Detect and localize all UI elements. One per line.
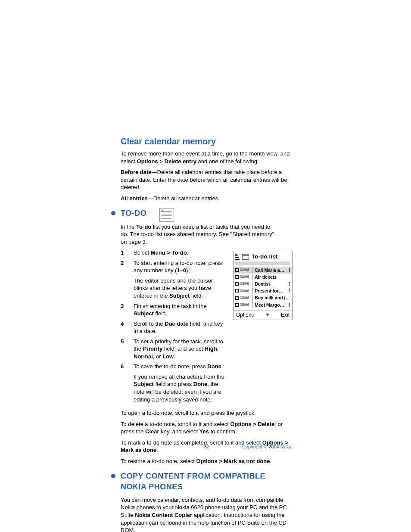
row-label: Present for… [255,288,289,294]
text: —Delete all calendar entries. [148,195,220,202]
heading-clear-calendar: Clear calendar memory [121,136,293,147]
row-date: 02/06 [240,268,249,272]
todo-row[interactable]: 02/06Air tickets [234,274,292,280]
phone-screenshot: To-do list 02/06Call Maria a…!02/06Air t… [233,251,293,320]
step-text: The editor opens and the cursor blinks a… [134,277,225,300]
checkbox-icon [235,275,239,279]
todo-row[interactable]: 05/06Meet Margo…! [234,302,292,308]
softkey-options[interactable]: Options [236,311,254,318]
softkey-exit[interactable]: Exit [281,311,290,318]
row-label: Dentist [255,281,289,287]
phone-title: To-do list [252,253,278,261]
step-number [121,373,126,403]
step-item: 1Select Menu > To-do. [121,249,225,257]
todo-row[interactable]: 03/06Dentist! [234,280,292,287]
text-bold: To-do [136,224,151,230]
text-bold: All entries [121,195,148,202]
paragraph: To open a to-do note, scroll to it and p… [121,409,293,417]
checkbox-icon [235,303,239,307]
step-item: 2To start entering a to-do note, press a… [121,259,225,274]
row-label: Buy milk and j… [255,295,290,301]
paragraph: Before date—Delete all calendar entries … [121,168,293,191]
step-text: Scroll to the Due date field, and key in… [134,320,225,335]
step-text: To start entering a to-do note, press an… [134,259,225,274]
priority-icon: ! [289,267,291,273]
step-number: 5 [121,338,126,361]
step-number: 1 [121,249,126,257]
step-item: 6To save the to-do note, press Done. [121,363,225,370]
row-date: 03/06 [240,296,249,300]
checkbox-icon [235,289,239,292]
text: In the [121,224,136,230]
todo-app-icon [159,208,174,222]
step-number: 3 [121,302,126,317]
text-bold: Nokia Content Copier [135,512,192,518]
row-label: Call Maria a… [255,267,289,273]
text: and one of the following: [196,158,259,165]
priority-icon: ! [289,302,291,308]
row-date: 05/06 [240,302,249,307]
step-text: If you remove all characters from the Su… [134,373,225,403]
paragraph: All entries—Delete all calendar entries. [121,195,293,202]
row-date: 03/06 [240,289,249,293]
step-item: 5To set a priority for the task, scroll … [121,338,225,361]
step-number [121,277,126,300]
paragraph: To delete a to-do note, scroll to it and… [121,420,293,436]
bullet-icon [111,474,115,478]
step-item: 3Finish entering the task in the Subject… [121,302,225,317]
page-number: 32 [204,444,209,450]
todo-row[interactable]: 03/06Present for…! [234,287,292,294]
priority-icon: ! [289,288,291,294]
checkbox-icon [235,282,239,286]
checkbox-icon [235,296,239,300]
priority-icon: ! [289,281,291,287]
step-text: To save the to-do note, press Done. [134,363,225,370]
step-text: To set a priority for the task, scroll t… [134,338,225,361]
calendar-icon [242,254,249,260]
row-label: Air tickets [255,274,290,280]
row-date: 02/06 [240,274,249,279]
step-number: 4 [121,320,126,335]
paragraph: In the To-do list you can keep a list of… [121,223,276,246]
signal-icon [235,254,240,260]
text-bold: Options > Delete entry [137,158,196,165]
bullet-icon [111,211,115,215]
row-date: 03/06 [240,281,249,286]
heading-copy-content: COPY CONTENT FROM COMPATIBLE NOKIA PHONE… [121,471,293,492]
down-arrow-icon [266,314,269,316]
copyright: Copyright © 2004 Nokia [242,444,293,450]
row-label: Meet Margo… [255,302,289,308]
step-note: If you remove all characters from the Su… [121,373,225,403]
paragraph: You can move calendar, contacts, and to-… [121,496,293,532]
steps-list: 1Select Menu > To-do.2To start entering … [121,249,225,403]
step-text: Finish entering the task in the Subject … [134,302,225,317]
todo-row[interactable]: 03/06Buy milk and j… [234,294,292,301]
checkbox-icon [235,268,239,272]
todo-row[interactable]: 02/06Call Maria a…! [234,267,292,274]
heading-to-do: TO-DO [121,208,146,218]
paragraph: To restore a to-do note, select Options … [121,457,293,465]
paragraph: To remove more than one event at a time,… [121,150,293,165]
step-number: 2 [121,259,126,274]
text-bold: Before date [121,169,152,175]
step-note: The editor opens and the cursor blinks a… [121,277,225,300]
step-number: 6 [121,363,126,370]
step-text: Select Menu > To-do. [134,249,225,257]
step-item: 4Scroll to the Due date field, and key i… [121,320,225,335]
